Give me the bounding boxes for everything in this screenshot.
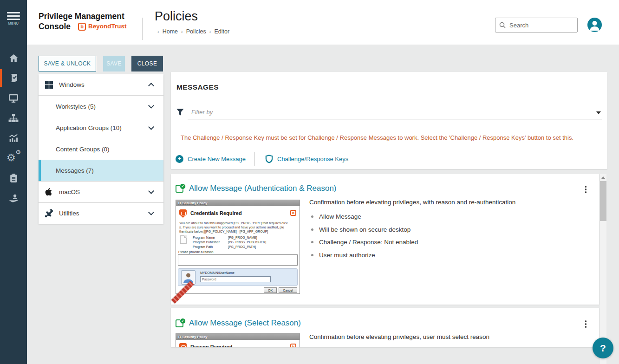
tree-item-workstyles[interactable]: Workstyles (5) (39, 96, 163, 117)
shield-icon (265, 155, 273, 163)
nav-computer-groups[interactable] (0, 111, 27, 125)
policy-tree: Windows Workstyles (5) Application Group… (39, 74, 163, 224)
licensing-icon (8, 193, 19, 203)
nav-analytics[interactable] (0, 131, 27, 145)
tree-item-utilities[interactable]: Utilities (39, 202, 163, 224)
save-and-unlock-button[interactable]: SAVE & UNLOCK (39, 56, 96, 72)
preview-reason-label: Please provide a reason (178, 250, 214, 254)
tree-item-macos[interactable]: macOS (39, 181, 163, 202)
preview-heading: Credentials Required (190, 210, 242, 216)
breadcrumb-chevron: › (181, 29, 183, 34)
nav-computers[interactable] (0, 91, 27, 105)
allow-message-icon: ✓ (176, 319, 183, 327)
challenge-response-keys-button[interactable]: Challenge/Response Keys (265, 155, 348, 163)
vertical-scrollbar[interactable] (600, 174, 606, 364)
top-header: Privilege Management Console b BeyondTru… (27, 0, 619, 45)
chevron-up-icon[interactable] (148, 83, 154, 89)
message-preview-thumbnail[interactable]: IT Security Policy Reason Required b (176, 333, 300, 347)
message-options-kebab-icon[interactable] (584, 319, 588, 329)
search-box[interactable] (495, 18, 578, 32)
bullet-dot-icon (311, 215, 313, 218)
message-title-link[interactable]: ✓ Allow Message (Select Reason) (176, 318, 301, 328)
filter-dropdown-caret-icon[interactable] (596, 111, 601, 114)
chevron-down-icon[interactable] (148, 124, 154, 130)
close-button[interactable]: CLOSE (131, 56, 163, 72)
preview-reason-textbox (178, 254, 298, 266)
message-title: Allow Message (Select Reason) (189, 318, 301, 328)
scroll-up-arrow-icon[interactable] (601, 176, 605, 179)
beyondtrust-glyph-icon: b (78, 23, 86, 31)
tree-item-messages[interactable]: Messages (7) (39, 160, 163, 181)
help-button[interactable]: ? (593, 338, 613, 358)
preview-field-row: Program Path[PG_PROG_PATH] (193, 245, 213, 248)
challenge-response-warning: The Challenge / Response Key must be set… (181, 134, 573, 141)
preview-shield-icon (179, 209, 187, 218)
menu-button[interactable]: MENU (7, 12, 20, 25)
tree-item-label: Content Groups (0) (56, 146, 110, 153)
preview-body-text: You are about to run this unapproved [PG… (179, 221, 298, 234)
nav-policies[interactable] (0, 71, 27, 85)
tree-item-windows[interactable]: Windows (39, 74, 163, 96)
preview-username: MYDOMAIN\UserName (200, 271, 235, 274)
tree-item-content-groups[interactable]: Content Groups (0) (39, 138, 163, 160)
save-button[interactable]: SAVE (103, 56, 125, 72)
message-options-kebab-icon[interactable] (584, 184, 588, 195)
search-icon (499, 22, 506, 28)
create-new-message-label: Create New Message (188, 156, 246, 162)
filter-row (176, 107, 602, 119)
user-avatar[interactable] (587, 18, 602, 32)
preview-header: Reason Required b (179, 343, 296, 347)
nav-licensing[interactable] (0, 191, 27, 205)
breadcrumb-chevron: › (209, 29, 211, 34)
analytics-icon (8, 133, 19, 143)
app-title-line2: Console (39, 21, 71, 32)
page-title: Policies (155, 9, 198, 24)
preview-heading: Reason Required (190, 344, 232, 347)
nav-home[interactable] (0, 51, 27, 65)
tree-item-label: Utilities (59, 210, 79, 217)
preview-header: Credentials Required b (179, 209, 296, 219)
preview-cancel-button: Cancel (279, 287, 297, 293)
preview-shield-icon (179, 343, 187, 347)
breadcrumb-editor[interactable]: Editor (214, 28, 229, 35)
create-new-message-button[interactable]: + Create New Message (176, 155, 246, 163)
panel-actions: + Create New Message Challenge/Response … (176, 152, 348, 166)
preview-password-field: Password (200, 276, 271, 282)
bullet-dot-icon (311, 241, 313, 243)
preview-beyondtrust-icon: b (290, 210, 296, 216)
preview-document-icon (180, 235, 187, 244)
bullet-dot-icon (311, 228, 313, 231)
breadcrumb-home[interactable]: Home (163, 28, 178, 35)
tree-item-application-groups[interactable]: Application Groups (10) (39, 117, 163, 138)
nav-tasks[interactable] (0, 171, 27, 185)
chevron-down-icon[interactable] (148, 103, 154, 109)
chevron-down-icon[interactable] (148, 209, 154, 215)
configuration-icon: ⚙⚙ (7, 151, 20, 165)
breadcrumb: › Home › Policies › Editor (157, 28, 229, 35)
list-item: Allow Message (311, 210, 418, 223)
list-item: User must authorize (311, 249, 418, 262)
app-title: Privilege Management Console b BeyondTru… (39, 11, 127, 32)
search-input[interactable] (508, 21, 573, 29)
menu-label: MENU (7, 22, 20, 25)
nav-configuration[interactable]: ⚙⚙ (0, 151, 27, 165)
computer-groups-icon (8, 113, 19, 124)
chevron-down-icon[interactable] (148, 188, 154, 194)
scrollbar-thumb[interactable] (600, 181, 606, 221)
preview-window-titlebar: IT Security Policy (176, 334, 300, 340)
message-preview-thumbnail[interactable]: IT Security Policy Credentials Required … (176, 200, 300, 294)
actions-divider (254, 152, 255, 166)
message-title: Allow Message (Authentication & Reason) (189, 184, 337, 193)
message-properties-list: Allow Message Will be shown on secure de… (311, 210, 418, 261)
message-card-authentication-reason: ✓ Allow Message (Authentication & Reason… (171, 174, 599, 305)
filter-by-input[interactable] (188, 107, 602, 119)
message-card-select-reason: ✓ Allow Message (Select Reason) IT Secur… (171, 308, 599, 347)
computers-icon (8, 93, 19, 104)
breadcrumb-policies[interactable]: Policies (186, 28, 206, 35)
messages-panel: MESSAGES The Challenge / Response Key mu… (171, 72, 607, 169)
message-title-link[interactable]: ✓ Allow Message (Authentication & Reason… (176, 184, 337, 193)
bullet-dot-icon (311, 254, 313, 256)
preview-credentials-section: MYDOMAIN\UserName Password (178, 268, 298, 286)
home-icon (8, 53, 19, 63)
message-description: Confirmation before elevating privileges… (309, 333, 489, 340)
